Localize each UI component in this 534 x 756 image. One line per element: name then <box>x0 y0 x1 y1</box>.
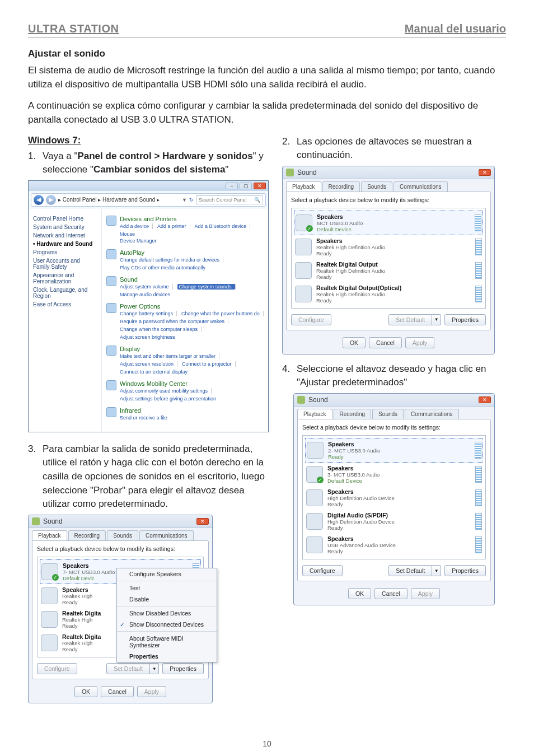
cp-link[interactable]: Change what the power buttons do <box>181 311 264 316</box>
ok-button[interactable]: OK <box>74 686 97 697</box>
cp-side-item[interactable]: Control Panel Home <box>33 216 97 222</box>
set-default-button[interactable]: Set Default ▼ <box>388 565 441 576</box>
cp-link[interactable]: Change battery settings <box>120 311 177 316</box>
set-default-button[interactable]: Set Default ▼ <box>106 663 159 674</box>
properties-button[interactable]: Properties <box>444 314 486 325</box>
search-input[interactable]: Search Control Panel 🔍 <box>196 195 263 204</box>
cp-side-item[interactable]: Ease of Access <box>33 301 97 307</box>
cp-group-title[interactable]: Power Options <box>120 303 264 310</box>
cp-link[interactable]: Play CDs or other media automatically <box>120 265 209 270</box>
device-item[interactable]: Realtek Digital OutputRealtek High Defin… <box>294 259 483 282</box>
device-item[interactable]: SpeakersMCT USB3.0 AudioDefault Device <box>294 211 483 235</box>
tab-communications[interactable]: Communications <box>405 409 458 419</box>
cp-link[interactable]: Add a Bluetooth device <box>195 223 251 229</box>
properties-button[interactable]: Properties <box>162 663 204 674</box>
set-default-button[interactable]: Set Default ▼ <box>388 314 441 325</box>
cp-link[interactable]: Send or receive a file <box>120 415 171 421</box>
device-item[interactable]: SpeakersUSB Advanced Audio DeviceReady <box>305 533 483 557</box>
cp-group-title[interactable]: Sound <box>120 276 264 283</box>
cp-link[interactable]: Adjust settings before giving a presenta… <box>120 396 219 402</box>
cp-link[interactable]: Change default settings for media or dev… <box>120 257 223 263</box>
close-icon[interactable]: ✕ <box>254 183 266 189</box>
context-menu-item[interactable]: Show Disabled Devices <box>117 606 217 619</box>
sd4-tabs: PlaybackRecordingSoundsCommunications <box>294 407 494 419</box>
apply-button[interactable]: Apply <box>137 686 166 697</box>
ok-button[interactable]: OK <box>343 337 366 348</box>
cp-link[interactable]: Mouse <box>120 231 138 237</box>
device-item[interactable]: Digital Audio (S/PDIF)High Definition Au… <box>305 510 483 533</box>
cp-link[interactable]: Adjust screen brightness <box>120 334 179 340</box>
device-item[interactable]: Realtek Digital Output(Optical)Realtek H… <box>294 282 483 306</box>
cp-side-item[interactable]: Clock, Language, and Region <box>33 287 97 299</box>
close-icon[interactable]: ✕ <box>479 396 491 403</box>
tab-recording[interactable]: Recording <box>322 181 360 192</box>
apply-button[interactable]: Apply <box>411 588 440 599</box>
context-menu-item[interactable]: Properties <box>117 651 217 662</box>
cp-group-title[interactable]: Display <box>120 346 264 352</box>
cp-link[interactable]: Adjust system volume <box>120 284 173 290</box>
cancel-button[interactable]: Cancel <box>101 686 134 697</box>
cp-link[interactable]: Connect to an external display <box>120 369 191 375</box>
device-item[interactable]: SpeakersHigh Definition Audio DeviceRead… <box>305 486 483 510</box>
properties-button[interactable]: Properties <box>444 565 486 576</box>
cp-link[interactable]: Make text and other items larger or smal… <box>120 353 219 359</box>
configure-button[interactable]: Configure <box>291 314 331 325</box>
cp-side-item[interactable]: Appearance and Personalization <box>33 272 97 284</box>
tab-sounds[interactable]: Sounds <box>107 530 138 540</box>
cp-side-item[interactable]: System and Security <box>33 224 97 230</box>
tab-sounds[interactable]: Sounds <box>372 409 404 419</box>
tab-sounds[interactable]: Sounds <box>361 181 392 192</box>
minimize-icon[interactable]: − <box>226 183 238 189</box>
speaker-icon <box>295 286 312 302</box>
cp-link[interactable]: Connect to a projector <box>182 361 236 367</box>
cp-link[interactable]: Device Manager <box>120 238 160 244</box>
cp-link[interactable]: Require a password when the computer wak… <box>120 319 228 324</box>
cancel-button[interactable]: Cancel <box>374 588 407 599</box>
device-item[interactable]: Speakers3- MCT USB3.0 AudioDefault Devic… <box>305 463 483 486</box>
cp-link[interactable]: Adjust commonly used mobility settings <box>120 388 212 394</box>
cp-link[interactable]: Add a printer <box>157 223 190 229</box>
context-menu-item[interactable]: Configure Speakers <box>117 568 217 580</box>
close-icon[interactable]: ✕ <box>479 169 491 176</box>
forward-icon[interactable]: ▶ <box>46 195 56 205</box>
cp-group-title[interactable]: Infrared <box>120 407 264 414</box>
cp-link-highlighted[interactable]: Change system sounds <box>177 284 236 290</box>
configure-button[interactable]: Configure <box>302 565 343 576</box>
device-item[interactable]: SpeakersRealtek High Definition AudioRea… <box>294 235 483 259</box>
context-menu-item[interactable]: About Software MIDI Synthesizer <box>117 631 217 651</box>
device-item[interactable]: Speakers2- MCT USB3.0 AudioReady <box>305 438 483 463</box>
configure-button[interactable]: Configure <box>37 663 77 674</box>
chevron-down-icon[interactable]: ▼ <box>432 314 441 325</box>
context-menu-item[interactable]: Disable <box>117 594 217 605</box>
cp-group-title[interactable]: Windows Mobility Center <box>120 380 264 387</box>
context-menu-item[interactable]: Test <box>117 581 217 594</box>
chevron-down-icon[interactable]: ▼ <box>432 565 441 576</box>
tab-playback[interactable]: Playback <box>297 409 332 419</box>
ok-button[interactable]: OK <box>348 588 371 599</box>
breadcrumb[interactable]: ▸ Control Panel ▸ Hardware and Sound ▸ <box>58 197 180 203</box>
close-icon[interactable]: ✕ <box>196 518 209 525</box>
cp-side-item[interactable]: Programs <box>33 249 97 255</box>
cancel-button[interactable]: Cancel <box>369 337 402 348</box>
cp-link[interactable]: Manage audio devices <box>120 292 174 297</box>
tab-playback[interactable]: Playback <box>32 530 67 540</box>
tab-recording[interactable]: Recording <box>68 530 106 540</box>
chevron-down-icon[interactable]: ▼ <box>150 663 159 674</box>
cp-group-title[interactable]: Devices and Printers <box>120 216 264 222</box>
tab-playback[interactable]: Playback <box>286 181 321 192</box>
cp-side-item[interactable]: User Accounts and Family Safety <box>33 258 97 270</box>
tab-communications[interactable]: Communications <box>139 530 193 540</box>
cp-side-item[interactable]: Network and Internet <box>33 232 97 239</box>
cp-link[interactable]: Adjust screen resolution <box>120 361 177 367</box>
maximize-icon[interactable]: ▢ <box>240 183 252 189</box>
tab-recording[interactable]: Recording <box>334 409 372 419</box>
cp-link[interactable]: Add a device <box>120 223 153 229</box>
context-menu-item[interactable]: ✓Show Disconnected Devices <box>117 619 217 630</box>
back-icon[interactable]: ◀ <box>34 195 44 205</box>
apply-button[interactable]: Apply <box>405 337 434 348</box>
cp-side-item[interactable]: Hardware and Sound <box>33 241 97 247</box>
screenshot-sound-dialog-2: Sound ✕ PlaybackRecordingSoundsCommunica… <box>282 166 495 354</box>
cp-group-title[interactable]: AutoPlay <box>120 249 264 256</box>
tab-communications[interactable]: Communications <box>394 181 447 192</box>
cp-link[interactable]: Change when the computer sleeps <box>120 326 202 332</box>
